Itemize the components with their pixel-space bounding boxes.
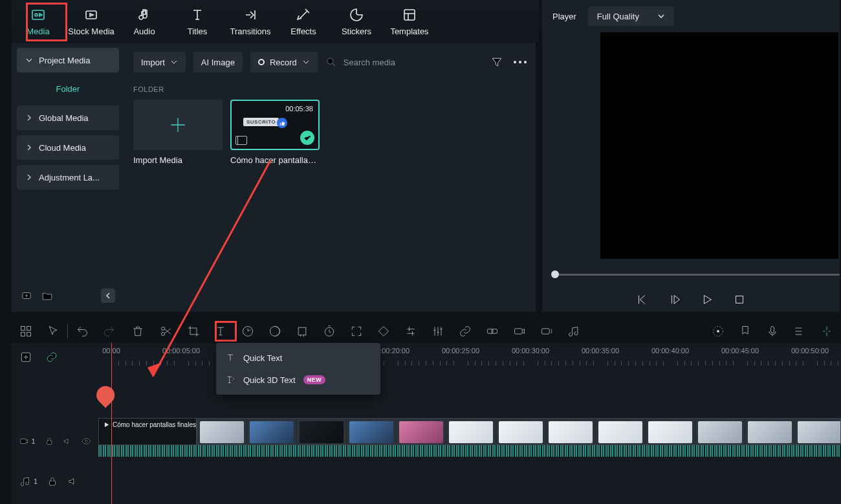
thumbnail-text: SUSCRITO <box>243 118 279 126</box>
keyframe-icon[interactable] <box>377 325 390 338</box>
nav-tab-audio[interactable]: Audio <box>118 0 171 43</box>
nav-tab-templates[interactable]: Templates <box>383 0 436 43</box>
play-button[interactable] <box>700 292 714 307</box>
imported-check-icon <box>300 131 314 145</box>
svg-rect-26 <box>47 441 51 444</box>
link-tracks-icon[interactable] <box>45 351 58 364</box>
dropdown-label: Quick Text <box>243 353 282 363</box>
visibility-icon[interactable] <box>82 435 91 447</box>
clip-duration: 00:05:38 <box>285 105 313 113</box>
import-button[interactable]: Import <box>133 52 186 72</box>
more-options-button[interactable] <box>514 61 527 63</box>
tile-label: Import Media <box>133 155 223 165</box>
svg-point-27 <box>85 440 87 443</box>
redo-icon[interactable] <box>103 325 116 338</box>
preview-viewport[interactable] <box>600 32 838 259</box>
dropdown-quick-text[interactable]: Quick Text <box>216 347 380 369</box>
lock-icon[interactable] <box>47 476 58 487</box>
nav-tab-stock-media[interactable]: Stock Media <box>65 0 118 43</box>
undo-icon[interactable] <box>76 325 89 338</box>
play-pause-button[interactable] <box>668 292 682 307</box>
cursor-tool-icon[interactable] <box>47 325 60 338</box>
link-icon[interactable] <box>459 325 472 338</box>
prev-frame-button[interactable] <box>635 292 650 307</box>
media-toolbar: Import AI Image Record Search media <box>133 49 527 75</box>
new-folder-icon[interactable] <box>41 290 53 301</box>
split-icon[interactable] <box>160 325 173 338</box>
layout-icon[interactable] <box>19 325 32 338</box>
text-tool-icon[interactable] <box>214 325 227 338</box>
sidebar-label: Cloud Media <box>39 143 86 153</box>
import-media-tile[interactable]: Import Media <box>133 100 223 165</box>
plus-icon <box>168 115 188 135</box>
crop-zoom-icon[interactable] <box>296 325 309 338</box>
mute-icon[interactable] <box>67 476 79 487</box>
time-ruler[interactable]: 00:0000:00:05:0000:00:10:0000:00:15:0000… <box>98 347 841 370</box>
delete-icon[interactable] <box>131 325 144 338</box>
search-input[interactable]: Search media <box>325 56 483 68</box>
filter-icon[interactable] <box>490 56 503 69</box>
record-dot-icon <box>258 59 265 65</box>
adjust-icon[interactable] <box>404 325 417 338</box>
sidebar-global-media[interactable]: Global Media <box>17 105 119 130</box>
sidebar-project-media[interactable]: Project Media <box>17 48 119 72</box>
stop-button[interactable] <box>732 292 747 307</box>
collapse-sidebar-button[interactable] <box>101 289 115 303</box>
mixer-icon[interactable] <box>712 325 725 338</box>
lock-icon[interactable] <box>45 435 54 447</box>
dropdown-quick-3d-text[interactable]: Quick 3D Text NEW <box>216 369 380 391</box>
crop-icon[interactable] <box>187 325 200 338</box>
music-icon[interactable] <box>567 325 580 338</box>
media-clip-tile[interactable]: 00:05:38 SUSCRITO Cómo hacer pantallas .… <box>230 100 320 165</box>
chevron-down-icon <box>302 58 310 66</box>
svg-rect-10 <box>27 333 31 336</box>
track-index: 1 <box>34 477 38 485</box>
ai-image-button[interactable]: AI Image <box>193 52 243 72</box>
voiceover-icon[interactable] <box>540 325 553 338</box>
audio-mixer-icon[interactable] <box>431 325 444 338</box>
chevron-down-icon <box>170 58 178 66</box>
nav-tab-stickers[interactable]: Stickers <box>330 0 383 43</box>
sidebar-cloud-media[interactable]: Cloud Media <box>17 135 119 160</box>
ruler-tick: 00:00:50:00 <box>791 347 829 355</box>
sidebar-label: Global Media <box>39 113 89 123</box>
nav-tab-media[interactable]: Media <box>12 0 65 43</box>
duration-icon[interactable] <box>323 325 336 338</box>
audio-waveform[interactable] <box>98 445 841 457</box>
nav-tab-label: Audio <box>133 27 155 36</box>
playhead-handle[interactable] <box>93 382 118 408</box>
import-label: Import <box>141 58 165 67</box>
group-icon[interactable] <box>486 325 499 338</box>
folder-link[interactable]: Folder <box>17 78 119 100</box>
marker-icon[interactable] <box>739 325 752 338</box>
nav-tab-effects[interactable]: Effects <box>277 0 330 43</box>
svg-point-1 <box>35 14 38 16</box>
playhead[interactable] <box>111 343 112 504</box>
nav-tab-transitions[interactable]: Transitions <box>224 0 277 43</box>
list-icon[interactable] <box>793 325 806 338</box>
mic-icon[interactable] <box>766 325 779 338</box>
transitions-icon <box>243 7 258 23</box>
svg-point-22 <box>717 330 719 332</box>
sidebar-adjustment-layer[interactable]: Adjustment La... <box>17 165 119 190</box>
audio-track-icon <box>19 476 31 487</box>
svg-point-11 <box>162 327 165 330</box>
nav-tab-titles[interactable]: Titles <box>171 0 224 43</box>
ruler-tick: 00:00:45:00 <box>721 347 759 355</box>
scrub-handle[interactable] <box>551 270 559 278</box>
search-placeholder: Search media <box>344 58 395 67</box>
render-icon[interactable] <box>513 325 526 338</box>
fit-icon[interactable] <box>350 325 363 338</box>
add-track-icon[interactable] <box>19 351 32 364</box>
speed-icon[interactable] <box>241 325 254 338</box>
record-button[interactable]: Record <box>250 52 318 72</box>
audio-track-header: 1 <box>12 463 98 499</box>
snap-icon[interactable] <box>820 325 833 338</box>
quality-dropdown[interactable]: Full Quality <box>588 6 674 26</box>
scrub-bar[interactable] <box>551 269 840 279</box>
section-header: FOLDER <box>133 85 527 93</box>
svg-rect-25 <box>21 439 26 443</box>
color-icon[interactable] <box>268 325 281 338</box>
mute-icon[interactable] <box>63 435 72 447</box>
new-bin-icon[interactable] <box>21 290 32 301</box>
